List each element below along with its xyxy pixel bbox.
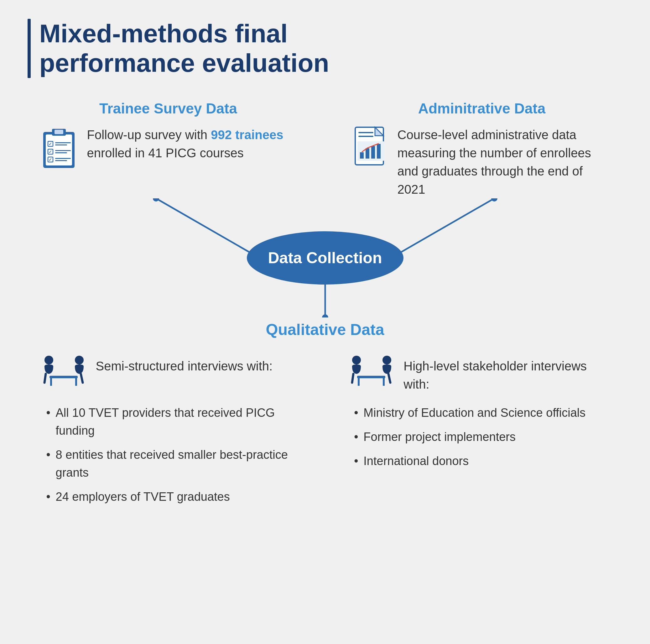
clipboard-icon: ✓ ✓ ✓: [40, 126, 78, 170]
administrative-data-content: Course-level administrative data measuri…: [354, 126, 610, 198]
high-level-header: High-level stakeholder interviews with:: [348, 354, 610, 395]
svg-line-28: [391, 198, 494, 258]
trainee-survey-block: Trainee Survey Data ✓ ✓: [40, 100, 297, 170]
svg-point-32: [44, 356, 53, 365]
svg-rect-34: [49, 376, 78, 378]
svg-text:✓: ✓: [48, 157, 52, 162]
list-item: International donors: [354, 452, 610, 470]
svg-rect-7: [55, 144, 67, 145]
svg-line-45: [389, 374, 390, 383]
svg-rect-19: [358, 132, 373, 133]
svg-rect-3: [55, 130, 63, 134]
list-item: Ministry of Education and Science offici…: [354, 404, 610, 422]
list-item: 8 entities that received smaller best-pr…: [46, 446, 302, 482]
list-item: All 10 TVET providers that received PICG…: [46, 404, 302, 440]
svg-rect-22: [360, 152, 364, 159]
title-line1: Mixed-methods final: [39, 19, 288, 47]
svg-rect-6: [55, 142, 71, 143]
list-item: Former project implementers: [354, 428, 610, 446]
high-level-intro: High-level stakeholder interviews with:: [403, 354, 610, 393]
admin-doc-icon: [354, 126, 388, 166]
high-level-icon: [348, 354, 395, 395]
svg-text:✓: ✓: [48, 149, 52, 154]
svg-rect-10: [55, 150, 71, 151]
administrative-data-text: Course-level administrative data measuri…: [398, 126, 610, 198]
svg-point-31: [322, 314, 328, 317]
administrative-data-title: Adminitrative Data: [354, 100, 610, 117]
title-line2: performance evaluation: [39, 48, 329, 77]
svg-line-40: [352, 374, 353, 383]
data-collection-label: Data Collection: [268, 249, 382, 267]
svg-line-33: [44, 374, 46, 383]
data-collection-ellipse: Data Collection: [247, 231, 403, 284]
semi-structured-intro: Semi-structured interviews with:: [96, 354, 273, 375]
svg-point-37: [75, 356, 84, 365]
trainee-text-before: Follow-up survey with: [87, 128, 211, 142]
semi-structured-block: Semi-structured interviews with: All 10 …: [40, 354, 302, 512]
trainee-survey-text: Follow-up survey with 992 trainees enrol…: [87, 126, 297, 162]
title-section: Mixed-methods final performance evaluati…: [28, 19, 623, 78]
trainee-survey-title: Trainee Survey Data: [40, 100, 297, 117]
top-row: Trainee Survey Data ✓ ✓: [28, 100, 623, 198]
svg-point-27: [153, 198, 159, 202]
svg-rect-25: [377, 144, 381, 159]
svg-line-26: [156, 198, 259, 258]
svg-rect-14: [55, 158, 71, 159]
page-container: Mixed-methods final performance evaluati…: [28, 19, 623, 512]
svg-rect-23: [366, 148, 369, 159]
qualitative-title: Qualitative Data: [28, 320, 623, 339]
semi-structured-icon: [40, 354, 87, 395]
trainee-text-after: enrolled in 41 PICG courses: [87, 146, 244, 160]
title-bar: [28, 19, 31, 78]
middle-section: Data Collection: [40, 198, 610, 317]
svg-point-39: [352, 356, 361, 365]
svg-rect-15: [55, 160, 67, 161]
page-title: Mixed-methods final performance evaluati…: [39, 19, 329, 78]
trainee-highlight: 992 trainees: [211, 128, 283, 142]
bottom-row: Semi-structured interviews with: All 10 …: [28, 354, 623, 512]
semi-structured-list: All 10 TVET providers that received PICG…: [40, 404, 302, 506]
semi-structured-header: Semi-structured interviews with:: [40, 354, 302, 395]
svg-rect-41: [357, 376, 385, 378]
svg-point-44: [383, 356, 391, 365]
svg-point-29: [491, 198, 498, 202]
svg-rect-24: [371, 146, 375, 159]
svg-rect-20: [358, 136, 373, 137]
svg-line-38: [81, 374, 83, 383]
high-level-block: High-level stakeholder interviews with: …: [348, 354, 610, 476]
administrative-data-block: Adminitrative Data: [354, 100, 610, 198]
trainee-survey-content: ✓ ✓ ✓ Follow-up survey with 992 trainees…: [40, 126, 297, 170]
qualitative-title-row: Qualitative Data: [28, 320, 623, 339]
svg-text:✓: ✓: [48, 142, 52, 146]
list-item: 24 employers of TVET graduates: [46, 488, 302, 506]
high-level-list: Ministry of Education and Science offici…: [348, 404, 610, 470]
svg-rect-11: [55, 152, 67, 153]
